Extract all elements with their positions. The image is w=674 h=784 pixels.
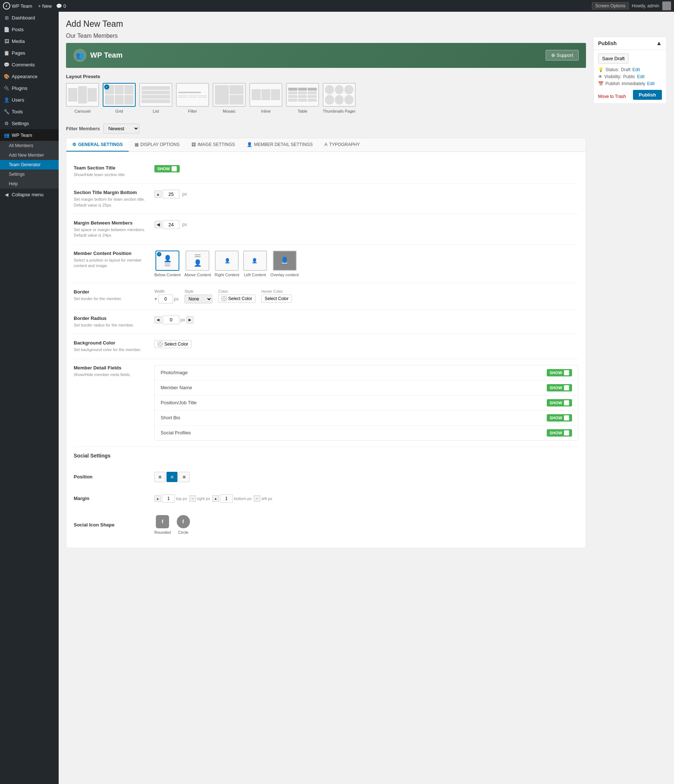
settings-content: Team Section Title Show/Hide team sectio… <box>66 152 585 548</box>
margin-between-input[interactable] <box>163 220 179 229</box>
layout-mosaic[interactable]: Mosaic <box>213 83 246 114</box>
layout-list[interactable]: List <box>139 83 172 114</box>
tab-image-settings[interactable]: 🖼 IMAGE SETTINGS <box>186 138 241 151</box>
sidebar-item-pages[interactable]: 📋Pages <box>0 47 59 59</box>
move-to-trash-link[interactable]: Move to Trash <box>598 94 626 99</box>
margin-bottom-up[interactable]: ▲ <box>212 495 219 502</box>
border-color-btn[interactable]: Select Color <box>218 295 255 303</box>
support-button[interactable]: ⊕ Support <box>546 50 579 61</box>
social-settings-section: Social Settings Position ≡ ≡ ≡ <box>74 447 578 540</box>
short-bio-toggle[interactable]: SHOW <box>547 414 572 422</box>
sidebar-item-tools[interactable]: 🔧Tools <box>0 106 59 117</box>
photo-toggle[interactable]: SHOW <box>547 369 572 376</box>
margin-top-up[interactable]: ▲ <box>154 495 161 502</box>
shape-rounded[interactable]: f Rounded <box>154 515 171 535</box>
social-pos-right[interactable]: ≡ <box>179 472 189 482</box>
layout-grid-item[interactable]: ✓ Grid <box>102 83 136 114</box>
social-profiles-toggle[interactable]: SHOW <box>547 429 572 437</box>
submenu-team-generator[interactable]: Team Generator <box>0 160 59 170</box>
sidebar-item-appearance[interactable]: 🎨Appearance <box>0 70 59 82</box>
comment-icon[interactable]: 💬 0 <box>56 3 66 9</box>
admin-logo[interactable]: WP Team <box>3 2 32 9</box>
margin-between-left-arrow[interactable]: ◀ <box>154 221 162 228</box>
layout-carousel[interactable]: Carousel <box>66 83 99 114</box>
sidebar-item-settings[interactable]: ⚙Settings <box>0 117 59 129</box>
submenu-help[interactable]: Help <box>0 179 59 188</box>
wp-team-submenu: All Members Add New Member Team Generato… <box>0 141 59 188</box>
sidebar-item-plugins[interactable]: 🔌Plugins <box>0 82 59 94</box>
submenu-add-new-member[interactable]: Add New Member <box>0 151 59 160</box>
layout-grid: Carousel ✓ Grid <box>66 83 586 114</box>
collapse-icon: ◀ <box>4 191 9 198</box>
sidebar-item-posts[interactable]: 📄Posts <box>0 23 59 35</box>
publish-time: 📅 Publish immediately Edit <box>598 81 662 86</box>
layout-thumbnails-pager[interactable]: Thumbnails Pager <box>323 83 356 114</box>
tab-display-options[interactable]: ▦ DISPLAY OPTIONS <box>129 138 186 151</box>
left-content-label: Left Content <box>244 272 266 277</box>
status-value: Draft <box>621 67 631 72</box>
sidebar-item-comments[interactable]: 💬Comments <box>0 59 59 70</box>
sidebar-item-dashboard[interactable]: ⊞Dashboard <box>0 12 59 23</box>
visibility-edit-link[interactable]: Edit <box>637 74 644 79</box>
pos-below-content[interactable]: ✓ 👤 <box>154 250 181 277</box>
tab-typography[interactable]: A TYPOGRAPHY <box>319 138 366 151</box>
border-hover-color-btn[interactable]: Select Color <box>261 295 292 303</box>
appearance-icon: 🎨 <box>4 73 9 79</box>
layout-inline[interactable]: Inline <box>249 83 283 114</box>
social-pos-center[interactable]: ≡ <box>166 472 177 482</box>
new-content-btn[interactable]: + New <box>38 3 52 9</box>
layout-filter[interactable]: Filter <box>176 83 209 114</box>
admin-bar: WP Team + New 💬 0 Screen Options Howdy, … <box>0 0 674 12</box>
submenu-all-members[interactable]: All Members <box>0 141 59 151</box>
layout-table[interactable]: Table <box>286 83 319 114</box>
border-radius-left[interactable]: ◀ <box>154 316 162 324</box>
publish-collapse-icon[interactable]: ▲ <box>656 40 662 47</box>
sidebar-item-wp-team[interactable]: 👥WP Team <box>0 129 59 141</box>
calendar-icon: 📅 <box>598 81 604 86</box>
save-draft-button[interactable]: Save Draft <box>598 54 629 64</box>
table-preview <box>286 83 319 107</box>
tab-member-detail-settings[interactable]: 👤 MEMBER DETAIL SETTINGS <box>241 138 319 151</box>
margin-between-desc: Set space or margin between members. Def… <box>74 227 147 238</box>
border-width-input[interactable] <box>158 295 173 303</box>
margin-right-arrow[interactable]: → <box>189 495 196 502</box>
wp-team-banner: 👥 WP Team ⊕ Support <box>66 43 586 68</box>
publish-button[interactable]: Publish <box>633 90 662 100</box>
member-name-toggle[interactable]: SHOW <box>547 384 572 392</box>
pos-above-content[interactable]: 👤 Above Content <box>185 250 211 277</box>
submenu-settings[interactable]: Settings <box>0 170 59 179</box>
publish-title: Publish <box>598 40 617 46</box>
overlay-content-label: Overlay content <box>271 272 299 277</box>
filter-select[interactable]: Newest Oldest Name A-Z Name Z-A <box>103 124 139 134</box>
tab-general-settings[interactable]: ⚙ GENERAL SETTINGS <box>66 138 129 151</box>
border-width-plus[interactable]: + <box>154 296 157 302</box>
border-radius-right[interactable]: ▶ <box>186 316 194 324</box>
social-pos-left[interactable]: ≡ <box>154 472 165 482</box>
margin-top-input[interactable] <box>162 495 175 502</box>
above-content-label: Above Content <box>185 272 211 277</box>
sidebar-item-media[interactable]: 🖼Media <box>0 35 59 47</box>
below-check: ✓ <box>157 252 162 257</box>
publish-time-edit-link[interactable]: Edit <box>647 81 655 86</box>
position-toggle[interactable]: SHOW <box>547 399 572 406</box>
margin-left-arrow[interactable]: ← <box>254 495 260 502</box>
team-section-title-toggle[interactable]: SHOW <box>154 165 180 173</box>
collapse-menu-btn[interactable]: ◀Collapse menu <box>0 188 59 200</box>
bg-color-btn[interactable]: Select Color <box>154 340 191 348</box>
pos-overlay-content[interactable]: 👤 Overlay content <box>271 250 299 277</box>
margin-bottom-input[interactable] <box>220 495 233 502</box>
sidebar-item-users[interactable]: 👤Users <box>0 94 59 106</box>
border-radius-input[interactable] <box>163 316 179 324</box>
pos-right-content[interactable]: 👤 Right Content <box>214 250 239 277</box>
screen-options-btn[interactable]: Screen Options <box>592 2 629 9</box>
status-edit-link[interactable]: Edit <box>632 67 640 72</box>
settings-icon: ⚙ <box>4 120 9 126</box>
section-margin-input[interactable] <box>163 190 179 199</box>
section-margin-up[interactable]: ▲ <box>154 190 162 198</box>
publish-postbox: Publish ▲ Save Draft 💡 Status: Draft Edi… <box>593 37 667 104</box>
border-desc: Set border for the member. <box>74 296 147 302</box>
shape-circle[interactable]: f Circle <box>177 515 190 535</box>
circle-label: Circle <box>178 530 188 535</box>
pos-left-content[interactable]: 👤 Left Content <box>243 250 267 277</box>
border-style-select[interactable]: None Solid Dashed Dotted <box>185 295 212 303</box>
